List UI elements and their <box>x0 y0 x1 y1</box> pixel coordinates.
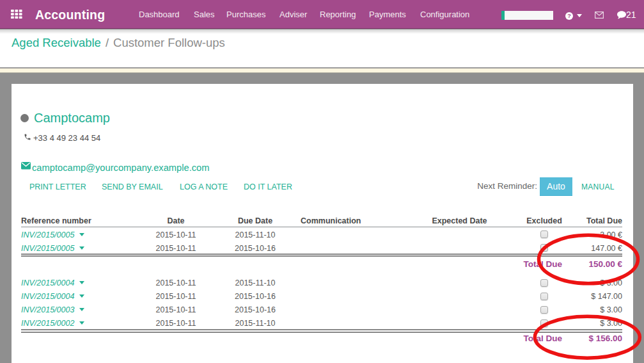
svg-text:?: ? <box>567 13 571 19</box>
